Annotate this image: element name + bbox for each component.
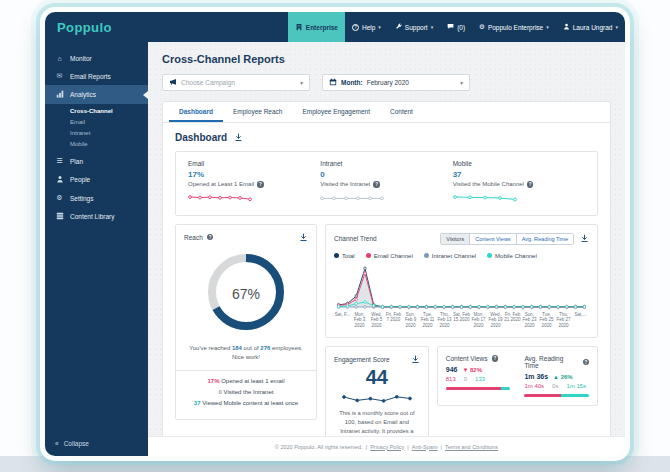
stat-caption: Visited the Intranet <box>320 181 370 187</box>
x-tick-label: Mon, Feb 3 2020 <box>351 312 368 330</box>
copyright-text: © 2020 Poppulo. All rights reserved. <box>275 444 363 450</box>
x-tick-label: Sun, Feb 23 2020 <box>521 312 538 330</box>
reach-percent-label: 67% <box>204 250 288 338</box>
x-tick-label: Wed, Feb 5 2020 <box>368 312 385 330</box>
library-icon <box>55 212 64 221</box>
help-tooltip-icon[interactable]: ? <box>257 181 264 188</box>
trend-line-chart <box>334 259 589 311</box>
help-tooltip-icon[interactable]: ? <box>527 181 534 188</box>
stat-channel-label: Mobile <box>453 160 585 167</box>
legend-dot <box>424 253 429 258</box>
x-tick-label: Sun, Feb 9 2020 <box>402 312 419 330</box>
stat-value: 0 <box>320 170 452 179</box>
anti-spam-link[interactable]: Anti-Spam <box>412 444 438 450</box>
content-views-stacked-bar <box>446 387 511 390</box>
terms-link[interactable]: Terms and Conditions <box>445 444 498 450</box>
sidebar-collapse-button[interactable]: « Collapse <box>45 433 148 456</box>
enterprise-badge[interactable]: Enterprise <box>288 12 345 42</box>
content-views-button[interactable]: Content Views <box>469 234 515 244</box>
chevron-down-icon: ▾ <box>378 24 381 30</box>
divider <box>176 370 316 371</box>
megaphone-icon <box>169 78 177 87</box>
month-filter-label: Month: <box>341 79 363 86</box>
support-menu[interactable]: Support ▾ <box>388 12 440 42</box>
sidebar-item-plan[interactable]: ☰ Plan <box>45 152 148 170</box>
analytics-submenu: Cross-Channel Email Intranet Mobile <box>45 105 148 149</box>
sidebar-item-label: People <box>70 176 90 183</box>
download-icon[interactable] <box>411 355 420 364</box>
sidebar-item-monitor[interactable]: ⌂ Monitor <box>45 50 148 67</box>
sidebar-item-mobile[interactable]: Mobile <box>45 138 148 149</box>
email-sparkline <box>188 190 320 208</box>
legend-dot <box>334 253 339 258</box>
user-name: Laura Ungrad <box>573 24 613 31</box>
reach-title: Reach <box>184 234 203 241</box>
bar-segment <box>524 394 561 397</box>
privacy-policy-link[interactable]: Privacy Policy <box>370 444 404 450</box>
legend-intranet-channel: Intranet Channel <box>424 253 476 259</box>
chevron-down-icon: ▾ <box>300 80 303 86</box>
x-tick-label: Sat, F... <box>334 312 351 330</box>
org-menu[interactable]: ⚙ Poppulo Enterprise ▾ <box>472 12 556 42</box>
sidebar-item-people[interactable]: People <box>45 170 148 189</box>
reach-donut-chart: 67% <box>204 250 288 338</box>
channel-trend-card: Channel Trend Visitors Content Views Avg… <box>325 224 598 339</box>
report-card: Dashboard Employee Reach Employee Engage… <box>162 101 611 456</box>
collapse-label: Collapse <box>64 440 89 447</box>
user-icon <box>563 23 570 31</box>
footer-separator: | <box>407 444 408 450</box>
chevron-down-icon: ▾ <box>546 24 549 30</box>
sidebar-item-label: Settings <box>70 195 94 202</box>
footer-separator: | <box>366 444 367 450</box>
help-menu[interactable]: ? Help ▾ <box>345 12 388 42</box>
stat-channel-label: Intranet <box>320 160 452 167</box>
download-icon[interactable] <box>299 233 308 242</box>
support-label: Support <box>405 24 428 31</box>
legend-total: Total <box>334 253 355 259</box>
tab-content[interactable]: Content <box>380 102 423 122</box>
org-label: Poppulo Enterprise <box>488 24 543 31</box>
person-icon <box>55 175 64 184</box>
avg-reading-time-button[interactable]: Avg. Reading Time <box>516 234 573 244</box>
chat-icon <box>447 23 454 31</box>
tab-employee-reach[interactable]: Employee Reach <box>223 102 293 122</box>
sidebar-item-intranet[interactable]: Intranet <box>45 127 148 138</box>
engagement-sparkline <box>334 390 420 406</box>
campaign-filter-dropdown[interactable]: Choose Campaign ▾ <box>162 74 310 91</box>
page-title: Cross-Channel Reports <box>162 53 611 65</box>
visitors-button[interactable]: Visitors <box>441 234 469 244</box>
tab-dashboard[interactable]: Dashboard <box>169 102 223 122</box>
sidebar-item-settings[interactable]: ⚙ Settings <box>45 189 148 207</box>
help-tooltip-icon[interactable]: ? <box>207 234 214 241</box>
tab-employee-engagement[interactable]: Employee Engagement <box>292 102 380 122</box>
help-tooltip-icon[interactable]: ? <box>492 355 499 362</box>
download-icon[interactable] <box>580 234 589 243</box>
engagement-title: Engagement Score <box>334 356 390 363</box>
sidebar-item-analytics[interactable]: Analytics <box>45 85 148 104</box>
content-views-kpi: Content Views ? 946 ▼ 82% <box>446 355 511 397</box>
help-icon: ? <box>352 24 359 31</box>
month-filter-dropdown[interactable]: Month: February 2020 ▾ <box>322 74 470 91</box>
content-views-total: 946 <box>446 366 458 373</box>
chevron-down-icon: ▾ <box>431 24 434 30</box>
engagement-score-value: 44 <box>334 366 420 389</box>
legend-email-channel: Email Channel <box>366 253 413 259</box>
top-navbar: Poppulo Enterprise ? Help ▾ Support ▾ <box>45 12 625 42</box>
sidebar-item-label: Email Reports <box>70 73 111 80</box>
x-tick-label: Sat, Feb 15 2020 <box>453 312 470 330</box>
sidebar-item-email-reports[interactable]: ✉ Email Reports <box>45 67 148 85</box>
messages-menu[interactable]: (0) <box>440 12 472 42</box>
sidebar-item-email[interactable]: Email <box>45 116 148 127</box>
app-window: Poppulo Enterprise ? Help ▾ Support ▾ <box>45 12 625 456</box>
help-tooltip-icon[interactable]: ? <box>373 181 380 188</box>
intranet-stat: Intranet 0 Visited the Intranet? <box>320 160 452 208</box>
user-menu[interactable]: Laura Ungrad ▾ <box>556 12 625 42</box>
sidebar-item-cross-channel[interactable]: Cross-Channel <box>45 105 148 116</box>
building-icon <box>295 23 303 32</box>
sidebar-item-content-library[interactable]: Content Library <box>45 207 148 226</box>
wrench-icon <box>395 23 402 31</box>
stat-caption: Visited the Mobile Channel <box>453 181 524 187</box>
list-icon: ☰ <box>55 157 64 165</box>
help-tooltip-icon[interactable]: ? <box>583 359 590 366</box>
download-icon[interactable] <box>234 133 243 142</box>
